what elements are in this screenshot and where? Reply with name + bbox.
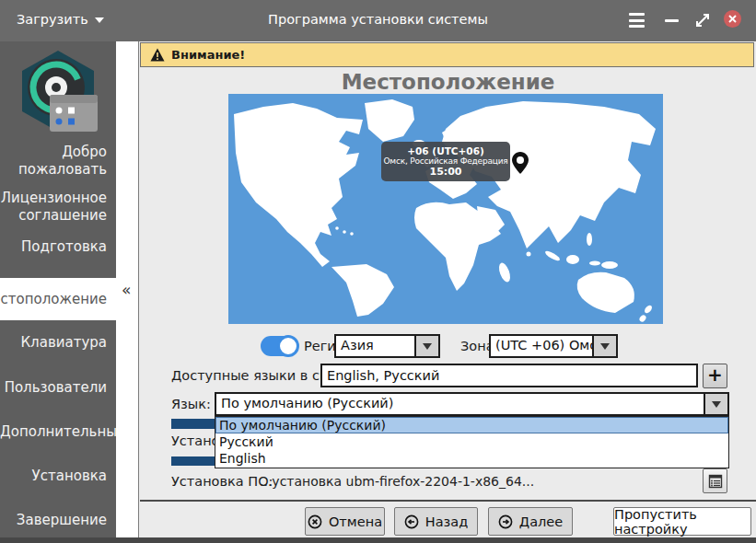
maximize-icon[interactable] — [693, 11, 712, 29]
main-content: Внимание! Местоположение — [140, 41, 756, 537]
zone-value: (UTC +06) Омск — [491, 336, 592, 356]
cancel-button[interactable]: Отмена — [305, 507, 385, 536]
close-button[interactable] — [724, 10, 741, 28]
sidebar-item-preparation[interactable]: Подготовка — [0, 238, 116, 256]
clipped-label: Устано — [171, 433, 215, 450]
timezone-map[interactable]: +06 (UTC+06) Омск, Российская Федерация … — [228, 94, 663, 324]
package-list-button[interactable] — [703, 468, 727, 493]
language-label: Язык: — [171, 397, 211, 411]
warning-icon — [150, 48, 165, 62]
tooltip-location: Омск, Российская Федерация — [383, 156, 508, 166]
region-select[interactable]: Азия — [334, 334, 440, 358]
next-button[interactable]: Далее — [488, 507, 573, 536]
list-icon — [708, 474, 723, 489]
available-languages-input[interactable] — [320, 364, 698, 387]
location-pin-icon — [512, 152, 529, 174]
sidebar-collapse-strip: « — [116, 41, 139, 537]
hamburger-menu-icon[interactable] — [629, 13, 645, 28]
sidebar-item-welcome[interactable]: Добро пожаловать — [0, 144, 116, 179]
timezone-tooltip: +06 (UTC+06) Омск, Российская Федерация … — [381, 142, 510, 181]
cancel-icon — [308, 514, 322, 529]
chevron-down-icon — [600, 343, 610, 350]
arrow-right-icon — [498, 514, 513, 529]
sidebar-item-location[interactable]: Местоположение — [0, 278, 116, 320]
language-option-russian[interactable]: Русский — [215, 433, 728, 450]
titlebar: Загрузить Программа установки системы — [0, 0, 756, 41]
footer-separator — [140, 500, 756, 502]
arrow-left-icon — [404, 514, 419, 529]
map-toggle-switch[interactable] — [261, 336, 298, 356]
minimize-button[interactable] — [665, 19, 679, 22]
cancel-label: Отмена — [329, 514, 382, 529]
world-map-image — [228, 94, 663, 324]
language-value: По умолчанию (Русский) — [216, 394, 704, 414]
close-icon — [728, 15, 737, 23]
language-select[interactable]: По умолчанию (Русский) — [215, 392, 729, 416]
tooltip-timezone: +06 (UTC+06) — [383, 145, 508, 156]
zone-select[interactable]: (UTC +06) Омск — [489, 334, 618, 358]
collapse-sidebar-button[interactable]: « — [122, 281, 131, 299]
sidebar-item-install[interactable]: Установка — [0, 468, 116, 485]
region-select-arrow[interactable] — [414, 336, 438, 356]
sidebar-item-keyboard[interactable]: Клавиатура — [0, 334, 116, 352]
sidebar-item-users[interactable]: Пользователи — [0, 379, 116, 397]
skip-label: Пропустить настройку — [614, 507, 750, 537]
add-language-button[interactable]: + — [703, 364, 727, 388]
software-install-value: ...установка ubm-firefox-2204-1-x86_64..… — [260, 474, 534, 489]
back-label: Назад — [425, 514, 468, 529]
language-option-english[interactable]: English — [215, 450, 728, 467]
language-select-arrow[interactable] — [704, 394, 727, 414]
sidebar-item-additional[interactable]: Дополнительный — [0, 423, 116, 441]
warning-text: Внимание! — [171, 48, 245, 62]
toggle-knob — [277, 335, 299, 357]
zone-select-arrow[interactable] — [592, 336, 616, 356]
chevron-down-icon — [712, 401, 721, 408]
warning-banner: Внимание! — [140, 42, 754, 67]
language-option-default[interactable]: По умолчанию (Русский) — [215, 417, 728, 433]
sidebar-item-license[interactable]: Лицензионное соглашение — [0, 190, 116, 225]
window-bottom-edge — [0, 537, 756, 543]
next-label: Далее — [519, 514, 563, 529]
tooltip-time: 15:00 — [383, 166, 508, 178]
sidebar-item-finish[interactable]: Завершение — [0, 512, 116, 529]
chevron-down-icon — [423, 343, 432, 350]
skip-settings-button[interactable]: Пропустить настройку — [613, 507, 751, 536]
software-install-label: Установка ПО: — [171, 474, 273, 489]
app-logo-icon — [15, 49, 101, 137]
language-dropdown-list: По умолчанию (Русский) Русский English — [215, 416, 729, 468]
window-overlay-icon — [50, 95, 98, 132]
page-title: Местоположение — [140, 70, 756, 94]
sidebar: Добро пожаловать Лицензионное соглашение… — [0, 41, 116, 543]
region-value: Азия — [336, 336, 414, 356]
back-button[interactable]: Назад — [394, 507, 478, 536]
